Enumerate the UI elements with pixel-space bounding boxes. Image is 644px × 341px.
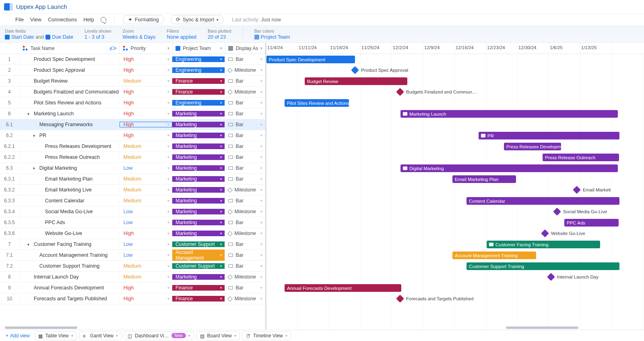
- team-cell[interactable]: Engineering▾: [172, 100, 225, 106]
- team-cell[interactable]: Finance▾: [172, 285, 225, 291]
- priority-cell[interactable]: Medium▾: [120, 198, 172, 204]
- table-row[interactable]: 6.3.3Content CalendarMedium▾Marketing▾Ba…: [0, 195, 265, 206]
- task-cell[interactable]: ▾Customer Facing Training: [19, 241, 120, 247]
- display-cell[interactable]: Bar▾: [225, 154, 265, 160]
- display-cell[interactable]: Bar▾: [225, 198, 265, 204]
- display-cell[interactable]: Bar▾: [225, 285, 265, 291]
- chevron-down-icon[interactable]: ▾: [220, 231, 222, 235]
- task-cell[interactable]: ▾PR: [19, 133, 120, 138]
- task-cell[interactable]: Budget Review: [19, 78, 120, 84]
- task-cell[interactable]: Account Management Training: [19, 252, 120, 258]
- task-cell[interactable]: Customer Support Training: [19, 263, 120, 269]
- config-date-fields[interactable]: Date fields Start Date and Due Date: [5, 29, 73, 40]
- menu-help[interactable]: Help: [83, 17, 94, 23]
- chevron-down-icon[interactable]: ▾: [167, 166, 169, 170]
- priority-cell[interactable]: Medium▾: [120, 154, 172, 160]
- gantt-bar[interactable]: Pilot Sites Review and Actions: [285, 99, 349, 107]
- task-cell[interactable]: Email Marketing Plan: [19, 176, 120, 182]
- chevron-down-icon[interactable]: ▾: [260, 188, 262, 192]
- chevron-down-icon[interactable]: ▾: [220, 144, 222, 148]
- team-cell[interactable]: Engineering▾: [172, 56, 225, 62]
- table-row[interactable]: 2Product Spec ApprovalHigh▾Engineering▾M…: [0, 65, 265, 76]
- table-row[interactable]: 4Budgets Finalized and CommunicatedHigh▾…: [0, 87, 265, 98]
- chevron-down-icon[interactable]: ▾: [188, 334, 190, 338]
- task-cell[interactable]: Forecasts and Targets Published: [19, 296, 120, 301]
- chevron-down-icon[interactable]: ▾: [260, 133, 262, 137]
- chevron-down-icon[interactable]: ▾: [167, 297, 169, 301]
- team-cell[interactable]: Finance▾: [172, 89, 225, 95]
- task-cell[interactable]: ▾Marketing Launch: [19, 111, 120, 116]
- config-bars[interactable]: Bars plotted20 of 23: [208, 29, 231, 40]
- chevron-down-icon[interactable]: ▾: [220, 253, 222, 257]
- chevron-down-icon[interactable]: ▾: [167, 286, 169, 290]
- chevron-down-icon[interactable]: ▾: [220, 101, 222, 105]
- chat-icon[interactable]: [101, 17, 106, 23]
- table-row[interactable]: 6.2▾PRHigh▾Marketing▾Bar▾: [0, 130, 265, 141]
- display-cell[interactable]: Milestone▾: [225, 296, 265, 301]
- display-cell[interactable]: Bar▾: [225, 241, 265, 247]
- team-cell[interactable]: Marketing▾: [172, 176, 225, 182]
- display-cell[interactable]: Milestone▾: [225, 187, 265, 193]
- chevron-down-icon[interactable]: ▾: [167, 275, 169, 279]
- chevron-down-icon[interactable]: ▾: [260, 166, 262, 170]
- display-cell[interactable]: Bar▾: [225, 252, 265, 258]
- display-cell[interactable]: Milestone▾: [225, 67, 265, 73]
- table-row[interactable]: 6.3.5PPC AdsLow▾Marketing▾Bar▾: [0, 217, 265, 228]
- priority-cell[interactable]: High▾: [120, 89, 172, 95]
- chevron-down-icon[interactable]: ▾: [260, 123, 262, 127]
- chevron-down-icon[interactable]: ▾: [167, 220, 169, 225]
- display-cell[interactable]: Milestone▾: [225, 209, 265, 214]
- chevron-down-icon[interactable]: ▾: [115, 46, 117, 50]
- team-cell[interactable]: Marketing▾: [172, 111, 225, 116]
- chevron-down-icon[interactable]: ▾: [167, 264, 169, 268]
- gantt-bar[interactable]: Customer Facing Training: [487, 241, 600, 248]
- priority-cell[interactable]: High▾: [120, 100, 172, 106]
- chevron-down-icon[interactable]: ▾: [260, 220, 262, 225]
- gantt-bar[interactable]: Email Marketing Plan: [452, 175, 516, 183]
- display-cell[interactable]: Bar▾: [225, 176, 265, 182]
- gantt-milestone[interactable]: Forecasts and Targets Published: [397, 296, 473, 301]
- chevron-down-icon[interactable]: ▾: [260, 68, 262, 72]
- table-row[interactable]: 9Annual Forecasts DevelopmentHigh▾Financ…: [0, 283, 265, 293]
- chevron-down-icon[interactable]: ▾: [71, 334, 73, 338]
- chevron-down-icon[interactable]: ▾: [167, 68, 169, 72]
- task-cell[interactable]: Email Marketing Live: [19, 187, 120, 193]
- chevron-down-icon[interactable]: ▾: [167, 188, 169, 192]
- view-tab[interactable]: ▦Table View▾: [35, 331, 77, 340]
- team-cell[interactable]: Marketing▾: [172, 220, 225, 225]
- display-cell[interactable]: Milestone▾: [225, 89, 265, 95]
- chevron-down-icon[interactable]: ▾: [260, 101, 262, 105]
- chevron-down-icon[interactable]: ▾: [220, 199, 222, 203]
- display-cell[interactable]: Milestone▾: [225, 274, 265, 280]
- task-cell[interactable]: Internal Launch Day: [19, 274, 120, 280]
- priority-cell[interactable]: Medium▾: [120, 176, 172, 182]
- task-cell[interactable]: PPC Ads: [19, 220, 120, 225]
- chevron-down-icon[interactable]: ▾: [285, 334, 287, 338]
- gantt-bar[interactable]: Customer Support Training: [466, 262, 619, 270]
- display-cell[interactable]: Bar▾: [225, 165, 265, 171]
- col-display[interactable]: Display As▾: [225, 43, 265, 54]
- gantt-bar[interactable]: PR: [479, 132, 619, 139]
- config-zoom[interactable]: ZoomWeeks & Days: [123, 29, 156, 40]
- table-row[interactable]: 6.3.4Social Media Go-LiveLow▾Marketing▾M…: [0, 206, 265, 217]
- task-cell[interactable]: Press Releases Development: [19, 143, 120, 149]
- chevron-down-icon[interactable]: ▾: [220, 57, 222, 61]
- expand-caret-icon[interactable]: ▾: [27, 242, 31, 247]
- team-cell[interactable]: Marketing▾: [172, 122, 225, 127]
- chevron-down-icon[interactable]: ▾: [167, 112, 169, 116]
- chevron-down-icon[interactable]: ▾: [260, 286, 262, 290]
- timeline-body[interactable]: Product Spec DevelopmentProduct Spec App…: [266, 54, 644, 330]
- priority-cell[interactable]: High▾: [120, 231, 172, 236]
- table-row[interactable]: 7.2Customer Support TrainingMedium▾Custo…: [0, 261, 265, 272]
- chevron-down-icon[interactable]: ▾: [260, 112, 262, 116]
- table-row[interactable]: 6▾Marketing LaunchHigh▾Marketing▾Bar▾: [0, 108, 265, 119]
- table-row[interactable]: 6.2.1Press Releases DevelopmentMedium▾Ma…: [0, 141, 265, 152]
- chevron-down-icon[interactable]: ▾: [220, 46, 222, 50]
- team-cell[interactable]: Marketing▾: [172, 133, 225, 138]
- chevron-down-icon[interactable]: ▾: [220, 68, 222, 72]
- priority-cell[interactable]: High▾: [120, 133, 172, 138]
- table-row[interactable]: 6.1Messaging FrameworksHigh▾Marketing▾Ba…: [0, 119, 265, 130]
- priority-cell[interactable]: High▾: [120, 285, 172, 291]
- chevron-down-icon[interactable]: ▾: [220, 286, 222, 290]
- chevron-down-icon[interactable]: ▾: [220, 177, 222, 181]
